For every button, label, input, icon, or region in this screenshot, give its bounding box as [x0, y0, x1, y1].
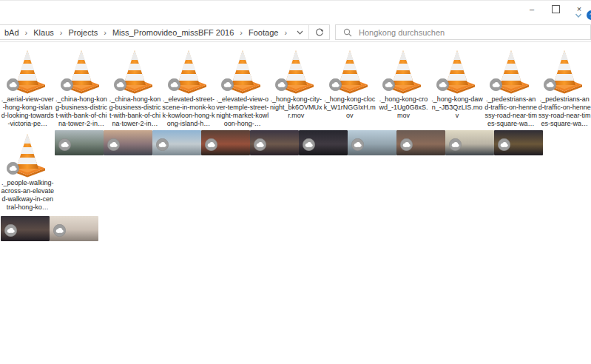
vlc-cone-icon [113, 47, 156, 94]
file-icon-area [323, 44, 377, 94]
search-box[interactable] [335, 24, 591, 40]
file-tile[interactable]: china-hong-kong-business-district-with-b… [104, 130, 152, 155]
file-icon-area [250, 130, 299, 155]
file-name: ._people-walking-across-an-elevated-walk… [1, 179, 54, 212]
file-name: ._pedestrians-and-traffic-on-hennessy-ro… [538, 95, 591, 128]
file-tile[interactable]: ._china-hong-kong-business-district-with… [55, 44, 109, 128]
search-icon [343, 28, 352, 37]
file-tile[interactable]: hong-kong-city-night_bk6OVMUxr.mov [299, 130, 348, 155]
file-tile[interactable]: elevated-street-scene-in-monk-kok-kowloo… [201, 130, 250, 155]
file-tile[interactable]: hong-kong-clock_W1rNGGIxH.mov [348, 130, 396, 155]
file-tile[interactable]: aerial-view-over-hong-kong-island-lookin… [55, 130, 104, 155]
file-name: ._hong-kong-dawn_-JB3QzLIS.mov [430, 95, 484, 120]
breadcrumb-segment[interactable]: Projects [67, 27, 99, 38]
file-icon-area [215, 44, 269, 94]
refresh-button[interactable] [309, 25, 329, 39]
file-tile[interactable]: ._pedestrians-and-traffic-on-hennessy-ro… [484, 44, 538, 128]
file-icon-area [162, 44, 216, 94]
file-name: ._china-hong-kong-business-district-with… [108, 95, 161, 128]
chevron-down-icon [297, 30, 303, 35]
file-icon-area [396, 130, 445, 155]
file-tile[interactable]: hong-kong-crowd_-1Ug0G8xS.mov [396, 130, 445, 155]
navigation-toolbar: bAd›Klaus›Projects›Miss_Promovideo_missB… [0, 21, 591, 42]
maximize-icon [552, 5, 560, 13]
breadcrumb-segment[interactable]: Klaus [32, 27, 55, 38]
breadcrumb-separator-icon: › [21, 28, 33, 37]
file-icon-area [55, 44, 109, 94]
file-icon-area [430, 44, 484, 94]
breadcrumb: bAd›Klaus›Projects›Miss_Promovideo_missB… [0, 27, 291, 38]
file-icon-area [201, 130, 250, 155]
vlc-cone-icon [60, 47, 103, 94]
file-tile[interactable]: ._hong-kong-city-night_bk6OVMUxr.mov [269, 44, 323, 128]
file-icon-area [1, 130, 55, 178]
file-icon-area [538, 44, 591, 94]
breadcrumb-separator-icon: › [55, 28, 67, 37]
file-tile[interactable]: ._hong-kong-crowd_-1Ug0G8xS.mov [376, 44, 430, 128]
file-tile[interactable]: ._elevated-street-scene-in-monk-kok-kowl… [162, 44, 216, 128]
file-tile[interactable]: pedestrians-and-traffic-on-hennessy-road… [1, 216, 50, 241]
address-bar[interactable]: bAd›Klaus›Projects›Miss_Promovideo_missB… [0, 24, 330, 40]
title-bar: – × ? [0, 1, 591, 22]
file-name: ._aerial-view-over-hong-kong-island-look… [1, 95, 54, 128]
maximize-button[interactable] [544, 1, 567, 17]
video-thumbnail [250, 130, 299, 155]
search-input[interactable] [357, 27, 590, 38]
file-tile[interactable]: ._pedestrians-and-traffic-on-hennessy-ro… [538, 44, 591, 128]
file-icon-area [104, 130, 152, 155]
breadcrumb-segment[interactable]: bAd [3, 27, 21, 38]
file-name: ._hong-kong-crowd_-1Ug0G8xS.mov [376, 95, 430, 120]
vlc-cone-icon [382, 47, 425, 94]
video-thumbnail [396, 130, 445, 155]
file-tile[interactable]: ._hong-kong-clock_W1rNGGIxH.mov [323, 44, 377, 128]
ribbon-collapse-chevron-icon[interactable] [575, 13, 582, 18]
vlc-cone-icon [6, 130, 49, 178]
file-name: ._hong-kong-city-night_bk6OVMUxr.mov [269, 95, 322, 120]
file-tile[interactable]: pedestrians-and-traffic-on-hennessy-road… [494, 130, 543, 155]
file-name: ._pedestrians-and-traffic-on-hennessy-ro… [484, 95, 538, 128]
file-icon-area [299, 130, 348, 155]
file-tile[interactable]: ._hong-kong-dawn_-JB3QzLIS.mov [430, 44, 484, 128]
vlc-cone-icon [543, 47, 586, 94]
refresh-icon [315, 28, 324, 37]
file-icon-area [376, 44, 430, 94]
file-row-1: ._aerial-view-over-hong-kong-island-look… [1, 44, 591, 128]
video-thumbnail [201, 130, 250, 155]
file-icon-area [1, 216, 50, 241]
breadcrumb-segment[interactable]: Miss_Promovideo_missBFF 2016 [111, 27, 235, 38]
file-icon-area [55, 130, 104, 155]
file-tile[interactable]: ._china-hong-kong-business-district-with… [108, 44, 162, 128]
file-tile[interactable]: china-hong-kong-business-district-with-b… [152, 130, 201, 155]
file-icon-area [152, 130, 201, 155]
video-thumbnail [494, 130, 543, 155]
file-tile[interactable]: ._aerial-view-over-hong-kong-island-look… [1, 44, 55, 128]
file-row-2: ._people-walking-across-an-elevated-walk… [1, 130, 543, 212]
file-tile[interactable]: ._elevated-view-over-temple-street-night… [215, 44, 269, 128]
vlc-cone-icon [436, 47, 479, 94]
vlc-cone-icon [6, 47, 49, 94]
vlc-cone-icon [221, 47, 264, 94]
file-name: ._elevated-view-over-temple-street-night… [216, 95, 269, 128]
vlc-cone-icon [274, 47, 317, 94]
breadcrumb-separator-icon: › [280, 28, 291, 37]
file-tile[interactable]: people-walking-across-an-elevated-walkwa… [50, 216, 98, 241]
video-thumbnail [1, 216, 50, 241]
file-row-3: pedestrians-and-traffic-on-hennessy-road… [1, 216, 98, 241]
file-name: ._china-hong-kong-business-district-with… [55, 95, 108, 128]
file-tile[interactable]: hong-kong-dawn_-JB3QzLIS.mov [445, 130, 494, 155]
file-icon-area [269, 44, 323, 94]
breadcrumb-separator-icon: › [99, 28, 111, 37]
file-icon-area [484, 44, 538, 94]
minimize-button[interactable]: – [520, 1, 544, 17]
breadcrumb-segment[interactable]: Footage [247, 27, 280, 38]
video-thumbnail [348, 130, 396, 155]
vlc-cone-icon [490, 47, 533, 94]
file-tile[interactable]: elevated-view-over-temple-street-night-m… [250, 130, 299, 155]
address-dropdown-button[interactable] [291, 25, 308, 39]
help-icon[interactable]: ? [587, 10, 591, 20]
video-thumbnail [55, 130, 104, 155]
file-tile[interactable]: ._people-walking-across-an-elevated-walk… [1, 130, 55, 212]
file-icon-area [108, 44, 162, 94]
file-icon-area [348, 130, 396, 155]
file-name: ._hong-kong-clock_W1rNGGIxH.mov [323, 95, 376, 120]
